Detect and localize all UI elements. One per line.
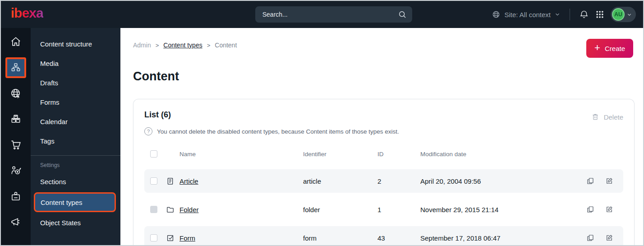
sidebar-item-forms[interactable]: Forms <box>31 93 120 112</box>
table-row: Form form 43 September 17, 2018 06:47 <box>144 226 623 245</box>
user-menu[interactable]: AU <box>611 7 636 22</box>
site-context-label: Site: All context <box>504 11 551 19</box>
select-all-checkbox[interactable] <box>150 150 157 158</box>
menu-item-label: Sections <box>40 178 66 186</box>
cell-identifier: folder <box>303 206 377 214</box>
chevron-down-icon <box>626 12 632 18</box>
info-text: You cannot delete the disabled content t… <box>157 128 399 135</box>
main-content: Admin > Content types > Content + Create… <box>120 28 643 245</box>
search-icon[interactable] <box>398 10 407 19</box>
content-type-link[interactable]: Form <box>179 234 303 242</box>
sidebar-item-content[interactable] <box>5 57 26 78</box>
row-checkbox-disabled <box>150 206 157 213</box>
megaphone-icon <box>10 216 22 228</box>
breadcrumb-admin: Admin <box>133 42 151 49</box>
menu-item-label: Media <box>40 60 59 67</box>
column-header-identifier: Identifier <box>303 151 377 158</box>
delete-button-label: Delete <box>604 113 623 121</box>
delete-button[interactable]: Delete <box>591 113 623 121</box>
copy-icon[interactable] <box>586 205 594 214</box>
cell-id: 2 <box>377 177 420 185</box>
create-button[interactable]: + Create <box>586 39 633 58</box>
create-button-label: Create <box>605 45 625 52</box>
breadcrumb: Admin > Content types > Content <box>133 39 237 49</box>
plus-icon: + <box>594 43 600 53</box>
info-message: ? You cannot delete the disabled content… <box>144 127 623 135</box>
audience-target-icon <box>10 165 22 176</box>
menu-divider <box>31 155 120 156</box>
cell-identifier: article <box>303 177 377 185</box>
home-icon <box>10 36 22 48</box>
sidebar-item-tags[interactable]: Tags <box>31 131 120 151</box>
edit-icon[interactable] <box>605 177 613 185</box>
cell-modified: September 17, 2018 06:47 <box>420 234 583 242</box>
search-input[interactable] <box>262 11 398 18</box>
globe-icon <box>492 10 501 19</box>
content-type-link[interactable]: Folder <box>179 206 303 214</box>
copy-icon[interactable] <box>586 234 594 242</box>
cell-modified: November 29, 2015 21:14 <box>420 206 583 214</box>
menu-item-label: Tags <box>40 137 55 145</box>
sidebar-item-commerce[interactable] <box>5 135 26 155</box>
cell-identifier: form <box>303 234 377 242</box>
breadcrumb-separator: > <box>156 42 159 49</box>
menu-item-label: Drafts <box>40 79 58 87</box>
breadcrumb-separator: > <box>207 42 211 49</box>
sidebar-item-marketing[interactable] <box>5 212 26 232</box>
menu-item-label: Calendar <box>40 118 68 125</box>
active-menu-highlight[interactable]: Content types <box>34 192 116 212</box>
app-grid-icon[interactable] <box>595 10 604 19</box>
secondary-sidebar: Content structure Media Drafts Forms Cal… <box>31 28 120 245</box>
menu-item-label: Forms <box>40 98 60 106</box>
content-types-list-panel: List (6) Delete ? You cannot delete the … <box>133 99 635 245</box>
row-checkbox[interactable] <box>150 234 157 241</box>
folder-icon <box>166 205 179 214</box>
list-title: List (6) <box>144 110 171 120</box>
sidebar-item-products[interactable] <box>5 109 26 130</box>
top-bar: ibexa Site: All context A <box>1 1 643 28</box>
breadcrumb-content-types-link[interactable]: Content types <box>163 42 202 49</box>
edit-icon[interactable] <box>605 234 613 242</box>
sidebar-item-home[interactable] <box>5 32 26 52</box>
menu-item-label: Object States <box>40 219 81 227</box>
cell-id: 1 <box>377 206 420 214</box>
id-badge-icon <box>10 190 22 202</box>
breadcrumb-current: Content <box>215 42 237 49</box>
row-checkbox[interactable] <box>150 177 157 185</box>
article-document-icon <box>166 177 179 186</box>
site-context-switcher[interactable]: Site: All context <box>492 10 561 19</box>
settings-section-label: Settings <box>31 158 120 172</box>
help-icon: ? <box>144 127 152 135</box>
sidebar-item-calendar[interactable]: Calendar <box>31 112 120 131</box>
cart-icon <box>10 139 22 151</box>
column-header-modification-date: Modification date <box>420 151 583 158</box>
ibexa-logo[interactable]: ibexa <box>11 6 43 23</box>
bell-icon[interactable] <box>579 9 589 19</box>
sidebar-item-sections[interactable]: Sections <box>31 172 120 191</box>
sidebar-item-site[interactable] <box>5 83 26 104</box>
table-row: Article article 2 April 20, 2004 09:56 <box>144 169 623 193</box>
packages-icon <box>10 113 22 125</box>
content-type-link[interactable]: Article <box>179 177 303 185</box>
topbar-right-cluster: Site: All context AU <box>492 7 636 22</box>
sidebar-item-segments[interactable] <box>5 186 26 207</box>
topbar-divider <box>570 9 570 20</box>
sidebar-item-customers[interactable] <box>5 160 26 181</box>
sidebar-item-content-types[interactable]: Content types <box>31 191 120 213</box>
icon-rail <box>1 28 31 245</box>
form-checkbox-icon <box>166 234 179 242</box>
sitemap-icon <box>10 62 21 73</box>
sidebar-item-content-structure[interactable]: Content structure <box>31 34 120 54</box>
trash-icon <box>591 113 599 121</box>
table-row: Folder folder 1 November 29, 2015 21:14 <box>144 198 623 221</box>
column-header-id: ID <box>377 151 420 158</box>
sidebar-item-media[interactable]: Media <box>31 54 120 73</box>
copy-icon[interactable] <box>586 177 594 185</box>
edit-icon[interactable] <box>605 205 613 214</box>
cell-id: 43 <box>377 234 420 242</box>
global-search[interactable] <box>255 6 412 23</box>
app-window: ibexa Site: All context A <box>0 0 644 246</box>
page-title: Content <box>133 70 633 84</box>
sidebar-item-drafts[interactable]: Drafts <box>31 73 120 93</box>
sidebar-item-object-states[interactable]: Object States <box>31 213 120 232</box>
